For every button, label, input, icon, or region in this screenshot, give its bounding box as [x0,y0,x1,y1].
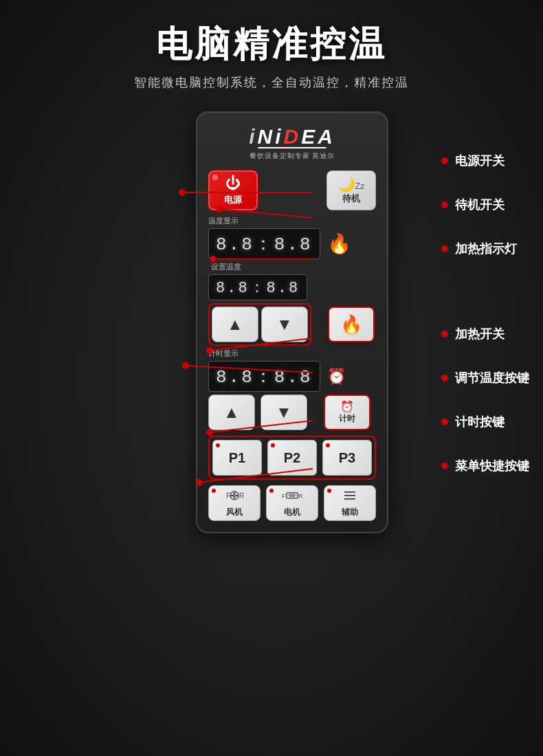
preset-p1-button[interactable]: P1 [212,440,262,476]
power-button[interactable]: ⏻ 电源 [208,170,258,210]
panel-area: iNiDEA 餐饮设备定制专家 英迪尔 ⏻ 电源 🌙Zz 待机 [0,111,543,533]
logo-tagline: 餐饮设备定制专家 英迪尔 [208,151,376,161]
temp-adjust-row: ▲ ▼ 🔥 [208,303,376,346]
svg-text:F: F [282,493,286,500]
header-section: 电脑精准控温 智能微电脑控制系统，全自动温控，精准控温 [134,0,409,91]
timer-display-row: 8.8：8.8 ⏰ [208,361,376,392]
motor-icon: F R [281,489,303,505]
annotation-heat-indicator: 加热指示灯 [441,241,529,257]
standby-button[interactable]: 🌙Zz 待机 [326,170,376,210]
text-timer-button: 计时按键 [455,414,505,430]
text-temp-adjust: 调节温度按键 [455,370,529,386]
sub-title: 智能微电脑控制系统，全自动温控，精准控温 [134,74,409,91]
text-heat-indicator: 加热指示灯 [455,241,517,257]
fan-icon: F R [225,489,244,505]
dot-heat-switch [441,331,448,337]
fan-label: 风机 [226,507,243,518]
p2-label: P2 [284,450,300,466]
power-icon: ⏻ [225,175,241,192]
fan-button[interactable]: F R 风机 [208,485,261,521]
annotation-standby-switch: 待机开关 [441,197,529,213]
logo-area: iNiDEA 餐饮设备定制专家 英迪尔 [208,125,376,161]
alarm-icon: ⏰ [327,368,346,386]
dot-timer-button [441,419,448,425]
text-menu-shortcut: 菜单快捷按键 [455,458,529,474]
svg-text:R: R [298,493,303,500]
annotation-timer-button: 计时按键 [441,414,529,430]
standby-icon: 🌙Zz [338,176,364,192]
heat-switch-icon: 🔥 [340,314,362,335]
text-standby-switch: 待机开关 [455,197,505,213]
set-temp-display-row: 8.8：8.8 [208,274,376,300]
p3-label: P3 [339,450,355,466]
set-temp-display: 8.8：8.8 [208,274,307,300]
page-container: 电脑精准控温 智能微电脑控制系统，全自动温控，精准控温 [0,0,543,756]
set-temp-label: 设置温度 [208,262,376,272]
main-title: 电脑精准控温 [134,21,409,69]
annotation-heat-switch: 加热开关 [441,326,529,342]
dot-power-switch [441,157,448,164]
aux-icon [342,489,358,505]
timer-button-label: 计时 [339,413,355,425]
logo-brand: iNiDEA [208,125,376,148]
dot-heat-indicator [441,245,448,252]
temp-up-button[interactable]: ▲ [212,307,258,342]
p1-label: P1 [229,450,245,466]
flame-indicator-icon: 🔥 [327,232,351,255]
timer-display: 8.8：8.8 [208,361,320,392]
timer-adjust-row: ▲ ▼ ⏰ 计时 [208,394,376,430]
text-heat-switch: 加热开关 [455,326,505,342]
timer-down-button[interactable]: ▼ [261,394,307,430]
preset-p3-button[interactable]: P3 [322,440,372,476]
text-power-switch: 电源开关 [455,153,505,169]
heat-switch-button[interactable]: 🔥 [328,307,375,342]
annotations-panel: 电源开关 待机开关 加热指示灯 加热开关 调节温度按键 计时按键 [441,153,529,474]
svg-rect-18 [287,493,298,498]
motor-label: 电机 [284,507,300,518]
annotation-menu-shortcut: 菜单快捷按键 [441,458,529,474]
timer-display-label: 计时显示 [208,348,376,359]
power-label: 电源 [224,194,242,206]
temp-display-label: 温度显示 [208,216,376,226]
annotation-temp-adjust: 调节温度按键 [441,370,529,386]
annotation-power-switch: 电源开关 [441,153,529,169]
power-standby-row: ⏻ 电源 🌙Zz 待机 [208,170,376,210]
bottom-buttons-row: F R 风机 [208,485,376,521]
preset-buttons-row: P1 P2 P3 [208,436,376,480]
control-panel: iNiDEA 餐饮设备定制专家 英迪尔 ⏻ 电源 🌙Zz 待机 [196,111,388,533]
svg-text:F: F [226,492,230,500]
motor-button[interactable]: F R 电机 [266,485,318,521]
dot-temp-adjust [441,375,448,381]
timer-up-button[interactable]: ▲ [208,394,255,430]
aux-button[interactable]: 辅助 [324,485,376,521]
temp-down-button[interactable]: ▼ [261,307,308,342]
temp-display-row: 8.8：8.8 🔥 [208,228,376,259]
standby-label: 待机 [342,192,360,205]
preset-p2-button[interactable]: P2 [267,440,317,476]
timer-button-icon: ⏰ [340,400,354,413]
svg-text:R: R [239,492,244,500]
dot-menu-shortcut [441,463,448,469]
timer-button[interactable]: ⏰ 计时 [324,394,370,430]
aux-label: 辅助 [342,507,358,518]
dot-standby-switch [441,201,448,208]
temp-display: 8.8：8.8 [208,228,320,259]
